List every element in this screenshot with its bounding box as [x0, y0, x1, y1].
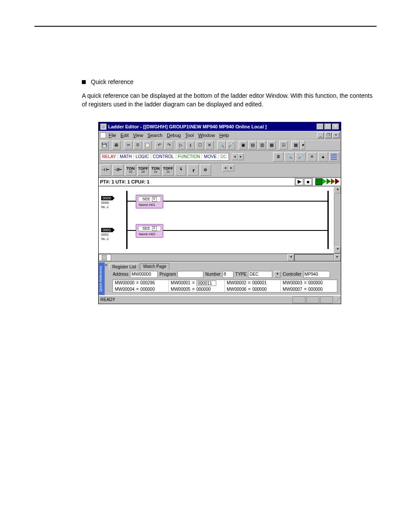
controller-input[interactable]	[303, 271, 330, 278]
ladder-block-0[interactable]: SEE✕ Name H01	[136, 195, 163, 208]
pointer-icon[interactable]: ▷	[177, 141, 185, 149]
mdi-close-button[interactable]: ×	[333, 132, 339, 138]
hscroll-right-icon[interactable]: ▸	[334, 254, 341, 261]
register-grid: MW00000=000296 MW00001=000011 MW00002=00…	[112, 280, 337, 292]
address-input[interactable]	[130, 271, 158, 278]
menu-tool[interactable]: Tool	[185, 133, 194, 138]
palette-scroll-right-icon[interactable]: ▸	[238, 153, 244, 160]
hscroll-thumb[interactable]	[294, 254, 334, 261]
branch-up-icon[interactable]: ┗	[175, 165, 186, 176]
palette-tab-dc[interactable]: DC	[219, 154, 229, 159]
find-icon[interactable]: 🔍	[217, 141, 226, 149]
ton10-icon[interactable]: TON10	[125, 165, 136, 176]
menu-help[interactable]: Help	[219, 133, 229, 138]
menu-file[interactable]: File	[109, 133, 116, 138]
reg-v-5[interactable]: 000000	[196, 287, 214, 292]
reg-v-2[interactable]: 000001	[252, 280, 270, 286]
contact-nc-icon[interactable]: ⊣/⊢	[112, 165, 124, 176]
redo-icon[interactable]: ↷	[165, 141, 173, 149]
hscroll-left-icon[interactable]: ◂	[287, 254, 294, 261]
save-icon[interactable]: 💾	[100, 141, 109, 149]
program-input[interactable]	[177, 271, 203, 278]
reg-v-1[interactable]: 000011	[196, 280, 216, 286]
delete-row-icon[interactable]: ✕	[205, 141, 214, 149]
palette-tab-relay[interactable]: RELAY	[100, 154, 118, 159]
reg-v-4[interactable]: 000000	[140, 287, 158, 292]
zoom-in-icon[interactable]: 🔍	[284, 152, 295, 162]
ladder-draw-area[interactable]: SEE✕ Name H01 SEE✕ Name H02	[124, 187, 334, 253]
doc-icon[interactable]	[100, 132, 106, 138]
toff1s-icon[interactable]: TOFF1s	[162, 165, 174, 176]
panel-side-handle[interactable]: Quick Reference	[99, 262, 105, 295]
print-icon[interactable]: 🖶	[112, 141, 121, 149]
stop-button[interactable]: ■	[304, 178, 312, 185]
box1-icon[interactable]: ▣	[239, 141, 247, 149]
menu-edit[interactable]: Edit	[121, 133, 129, 138]
number-input[interactable]	[222, 271, 234, 278]
reg-v-6[interactable]: 000000	[252, 287, 270, 292]
tab-register-list[interactable]: Register List	[109, 264, 139, 270]
mdi-restore-button[interactable]: ❐	[325, 132, 332, 138]
play-button[interactable]: ▶	[296, 178, 303, 185]
menu-window[interactable]: Window	[198, 133, 215, 138]
view-tool-lines-icon[interactable]	[329, 152, 339, 162]
check-icon[interactable]: ☑	[279, 141, 288, 149]
box4-icon[interactable]: ▦	[267, 141, 276, 149]
box2-icon[interactable]: ▤	[248, 141, 257, 149]
palette-tab-logic[interactable]: LOGIC	[134, 154, 151, 159]
resize-grip-icon[interactable]: ⋰	[335, 298, 339, 302]
scroll-up-icon[interactable]: ▴	[334, 187, 341, 193]
paste-icon[interactable]: 📋	[143, 141, 152, 149]
toff10-icon[interactable]: TOFF10	[137, 165, 149, 176]
ladder-scroll-right-icon[interactable]: ▸	[228, 165, 234, 171]
table-icon[interactable]: ▦	[291, 141, 300, 149]
menu-debug[interactable]: Debug	[167, 133, 181, 138]
tab-watch-page[interactable]: Watch Page	[140, 263, 169, 270]
copy-icon[interactable]: ⎘	[134, 141, 142, 149]
branch-down-icon[interactable]: ┏	[187, 165, 199, 176]
view-tool-x-icon[interactable]: ✕	[307, 152, 317, 162]
app-icon[interactable]: ⌂	[100, 124, 106, 130]
reg-v-3[interactable]: 000000	[308, 280, 326, 286]
minimize-button[interactable]: _	[317, 124, 324, 130]
cut-icon[interactable]: ✂	[124, 141, 133, 149]
palette-tab-move[interactable]: MOVE	[202, 154, 218, 159]
reg-v-7[interactable]: 000000	[308, 287, 326, 292]
info-bar: PT#: 1 UT#: 1 CPU#: 1 ▶ ■	[99, 177, 341, 187]
reg-k-0: MW00000	[115, 280, 134, 286]
block-close-1-icon[interactable]: ✕	[152, 226, 157, 231]
vertical-scrollbar[interactable]: ▴ ▾	[334, 187, 341, 253]
ladder-canvas[interactable]: 0000 0000 NL-1 0001 0001 NL-1 SEE✕ Name …	[99, 187, 341, 254]
contact-no-icon[interactable]: ⊣ ⊢	[100, 165, 111, 176]
dropdown-icon[interactable]: ▾	[301, 141, 305, 149]
titlebar[interactable]: ⌂ Ladder Editor - [[DWGH\H] GROUP1\NEW M…	[99, 122, 341, 131]
element-icon[interactable]: ⫿	[186, 141, 195, 149]
scroll-down-icon[interactable]: ▾	[334, 246, 341, 253]
insert-row-icon[interactable]: ☐	[196, 141, 204, 149]
ton1s-icon[interactable]: TON1s	[150, 165, 161, 176]
view-tool-1-icon[interactable]: ≣	[273, 152, 283, 162]
palette-tab-math[interactable]: MATH	[118, 154, 134, 159]
ladder-scroll-left-icon[interactable]: ◂	[222, 165, 228, 171]
palette-tab-control[interactable]: CONTROL	[151, 154, 176, 159]
menu-search[interactable]: Search	[147, 133, 162, 138]
findnext-icon[interactable]: 🔎	[227, 141, 235, 149]
rung-tag-0: 0000	[101, 196, 112, 200]
palette-scroll-left-icon[interactable]: ◂	[232, 153, 238, 160]
type-dropdown-icon[interactable]: ▾	[274, 271, 281, 278]
palette-tab-function[interactable]: FUNCTION	[176, 154, 202, 159]
view-tool-up-icon[interactable]: ▲	[318, 152, 328, 162]
mdi-minimize-button[interactable]: _	[317, 132, 324, 138]
menu-view[interactable]: View	[133, 133, 143, 138]
block-close-0-icon[interactable]: ✕	[152, 197, 157, 202]
maximize-button[interactable]: □	[324, 124, 331, 130]
box3-icon[interactable]: ▥	[258, 141, 266, 149]
reg-v-0[interactable]: 000296	[140, 280, 158, 286]
coil-icon[interactable]: ⊖	[200, 165, 211, 176]
type-select[interactable]	[248, 271, 272, 278]
ladder-block-1[interactable]: SEE✕ Name H02	[136, 224, 163, 238]
sheet-tab[interactable]	[99, 254, 111, 261]
zoom-out-icon[interactable]: 🔎	[296, 152, 306, 162]
undo-icon[interactable]: ↶	[155, 141, 164, 149]
close-button[interactable]: ×	[332, 124, 339, 130]
